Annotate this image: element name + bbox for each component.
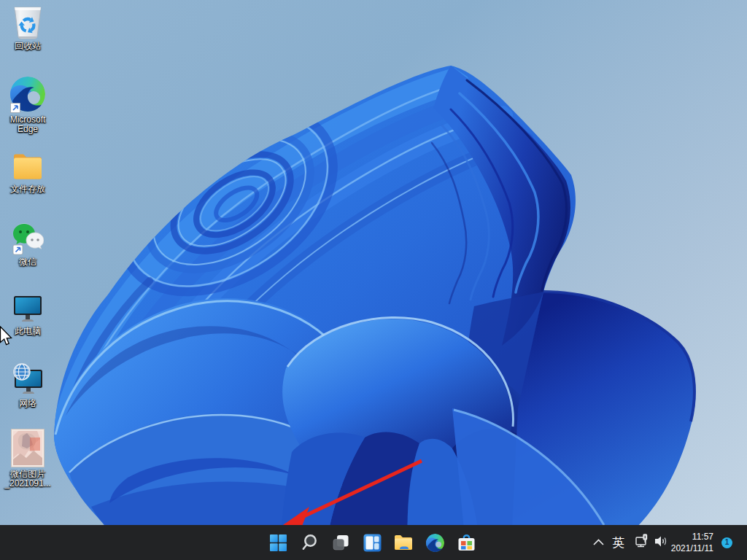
svg-text:英: 英 bbox=[613, 536, 625, 550]
